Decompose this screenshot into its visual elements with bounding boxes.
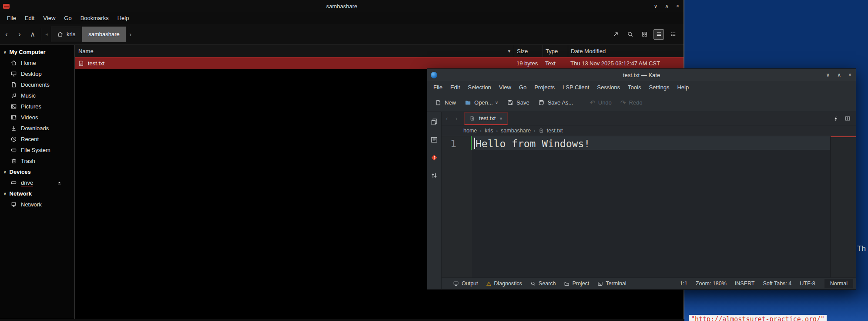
eject-icon[interactable] [57, 180, 62, 186]
menu-view[interactable]: View [495, 84, 515, 91]
sidebar-item-music[interactable]: Music [0, 90, 74, 101]
menu-help[interactable]: Help [113, 15, 134, 21]
cursor-position[interactable]: 1:1 [680, 280, 687, 287]
documents-panel-icon[interactable] [430, 118, 438, 126]
folder-icon [465, 99, 471, 106]
undo-button[interactable]: ↶ Undo [586, 96, 615, 109]
outline-panel-icon[interactable] [430, 136, 438, 144]
sidebar-item-recent[interactable]: Recent [0, 134, 74, 145]
minimap-modified-mark [831, 136, 856, 137]
open-location-icon[interactable] [610, 29, 621, 40]
insert-mode[interactable]: INSERT [735, 280, 755, 287]
menu-go[interactable]: Go [60, 15, 76, 21]
menu-edit[interactable]: Edit [446, 84, 464, 91]
breadcrumb-sambashare[interactable]: sambashare [501, 128, 531, 134]
tab-close-icon[interactable]: × [499, 116, 502, 121]
menu-view[interactable]: View [39, 15, 60, 21]
icon-view-icon[interactable] [639, 29, 650, 40]
terminal-icon [597, 281, 603, 287]
sidebar-item-pictures[interactable]: Pictures [0, 101, 74, 112]
column-header-date[interactable]: Date Modified [568, 45, 684, 57]
up-button[interactable]: ∧ [26, 30, 39, 38]
menu-lsp-client[interactable]: LSP Client [559, 84, 593, 91]
kate-titlebar[interactable]: test.txt — Kate ∨ ∧ × [427, 69, 856, 81]
compact-view-icon[interactable] [668, 29, 678, 40]
text-editing-area[interactable]: Hello from Windows! [472, 136, 830, 277]
new-button[interactable]: New [432, 97, 459, 108]
save-as-button[interactable]: Save As... [535, 97, 577, 108]
redo-button[interactable]: ↷ Redo [617, 96, 646, 109]
menu-go[interactable]: Go [515, 84, 530, 91]
tab-scroll-left-icon[interactable]: ◂ [43, 31, 50, 37]
zoom-level[interactable]: Zoom: 180% [696, 280, 727, 287]
sidebar-section-my-computer[interactable]: ∨ My Computer [0, 47, 74, 57]
list-view-icon[interactable] [654, 29, 664, 40]
breadcrumb-test-txt[interactable]: test.txt [547, 128, 563, 134]
sidebar-section-devices[interactable]: ∨ Devices [0, 166, 74, 177]
split-view-icon[interactable] [845, 115, 851, 122]
sidebar-item-file-system[interactable]: File System [0, 145, 74, 155]
sidebar-item-network[interactable]: Network [0, 199, 74, 210]
open-button[interactable]: Open... ∨ [461, 97, 502, 108]
menu-bookmarks[interactable]: Bookmarks [76, 15, 113, 21]
menu-tools[interactable]: Tools [624, 84, 645, 91]
column-header-name[interactable]: Name ▾ [75, 45, 514, 57]
menu-selection[interactable]: Selection [464, 84, 495, 91]
file-manager-titlebar[interactable]: sambashare ∨ ∧ × [0, 0, 684, 12]
minimize-icon[interactable]: ∨ [826, 72, 830, 78]
search-icon[interactable] [625, 29, 635, 40]
column-header-type[interactable]: Type [543, 45, 568, 57]
sidebar-section-network[interactable]: ∨ Network [0, 188, 74, 199]
sidebar-item-documents[interactable]: Documents [0, 79, 74, 90]
diagnostics-toggle[interactable]: ⚠ Diagnostics [486, 280, 522, 287]
sidebar-item-trash[interactable]: Trash [0, 155, 74, 166]
menu-help[interactable]: Help [673, 84, 693, 91]
sort-indicator-icon[interactable]: ▾ [508, 48, 510, 54]
project-toggle[interactable]: Project [564, 280, 589, 287]
search-label: Search [539, 280, 556, 287]
menu-file[interactable]: File [3, 15, 20, 21]
chevron-down-icon[interactable]: ∨ [495, 100, 498, 105]
sidebar-item-label: Trash [21, 158, 35, 164]
encoding[interactable]: UTF-8 [800, 280, 815, 287]
menu-file[interactable]: File [429, 84, 446, 91]
file-row-test-txt[interactable]: test.txt 19 bytes Text Thu 13 Nov 2025 0… [75, 57, 684, 69]
scrollbar-minimap[interactable] [830, 136, 856, 277]
output-toggle[interactable]: Output [453, 280, 478, 287]
save-button[interactable]: Save [503, 97, 533, 108]
forward-button[interactable]: › [13, 30, 26, 38]
menu-sessions[interactable]: Sessions [593, 84, 624, 91]
diff-panel-icon[interactable] [430, 172, 438, 179]
menu-projects[interactable]: Projects [530, 84, 559, 91]
sidebar-item-downloads[interactable]: Downloads [0, 123, 74, 134]
back-button[interactable]: ‹ [0, 30, 13, 38]
terminal-label: Terminal [606, 280, 626, 287]
path-tab-current[interactable]: sambashare [82, 27, 126, 42]
tab-next-icon[interactable]: › [452, 115, 461, 122]
maximize-icon[interactable]: ∧ [665, 3, 669, 9]
column-size-label: Size [517, 48, 528, 54]
breadcrumb-kris[interactable]: kris [485, 128, 493, 134]
minimize-icon[interactable]: ∨ [654, 3, 657, 9]
sidebar-item-desktop[interactable]: Desktop [0, 68, 74, 79]
quick-open-icon[interactable] [833, 116, 839, 122]
terminal-toggle[interactable]: Terminal [597, 280, 626, 287]
path-tab-home[interactable]: kris [51, 27, 81, 42]
tab-test-txt[interactable]: test.txt × [464, 112, 508, 125]
breadcrumb-home[interactable]: home [463, 128, 477, 134]
menu-settings[interactable]: Settings [645, 84, 673, 91]
git-panel-icon[interactable] [430, 154, 438, 162]
sidebar-item-drive[interactable]: drive [0, 177, 74, 188]
sidebar-item-home[interactable]: Home [0, 57, 74, 68]
sidebar-item-videos[interactable]: Videos [0, 112, 74, 123]
tab-prev-icon[interactable]: ‹ [442, 115, 451, 122]
maximize-icon[interactable]: ∧ [837, 72, 841, 78]
close-icon[interactable]: × [676, 3, 679, 9]
menu-edit[interactable]: Edit [20, 15, 39, 21]
search-toggle[interactable]: Search [530, 280, 556, 287]
close-icon[interactable]: × [848, 72, 851, 78]
column-header-size[interactable]: Size [514, 45, 543, 57]
soft-tabs-setting[interactable]: Soft Tabs: 4 [763, 280, 791, 287]
input-mode[interactable]: Normal [824, 279, 853, 288]
tab-overflow-icon[interactable]: › [126, 31, 135, 38]
